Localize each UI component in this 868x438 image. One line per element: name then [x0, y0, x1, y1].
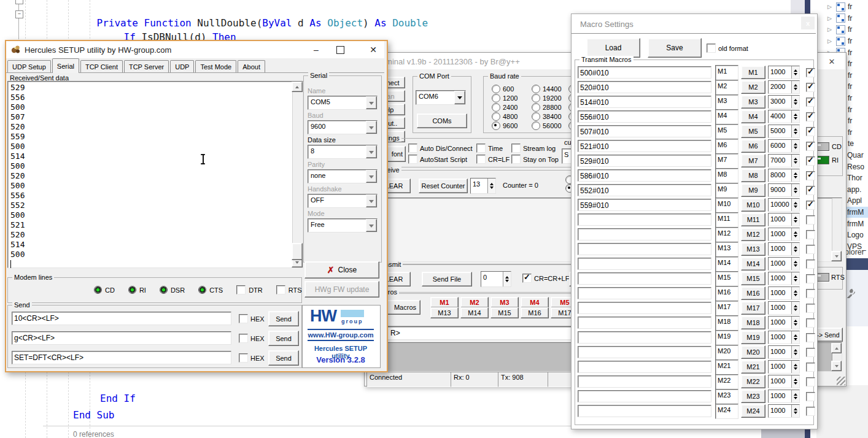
old-format-checkbox[interactable]: old format [707, 44, 748, 53]
checkbox-icon[interactable] [408, 144, 417, 153]
spinner-arrows-icon[interactable] [791, 81, 799, 93]
macro-active-checkbox[interactable] [806, 112, 815, 121]
macro-delay-spinner[interactable]: 9000 [768, 183, 800, 197]
macro-name-field[interactable]: M6 [715, 139, 738, 154]
macro-text-input[interactable] [578, 155, 711, 167]
macro-delay-spinner[interactable]: 1000 [768, 360, 800, 374]
spinner-arrows-icon[interactable] [791, 317, 799, 329]
tab[interactable]: Serial [52, 58, 79, 73]
collapse-box-icon[interactable]: − [15, 10, 23, 18]
radio-icon[interactable] [532, 121, 540, 130]
macro-delay-spinner[interactable]: 1000 [768, 286, 800, 300]
received-scrollbar[interactable] [292, 82, 303, 267]
macro-text-input[interactable] [578, 405, 711, 417]
macro-name-field[interactable]: M20 [715, 345, 738, 360]
field-combo[interactable]: Free [308, 218, 378, 232]
spinner-arrows-icon[interactable] [791, 390, 799, 402]
tab[interactable]: UDP [170, 60, 194, 73]
settings-checkbox[interactable]: Auto Dis/Connect [408, 144, 476, 153]
radio-icon[interactable] [492, 121, 500, 130]
macro-delay-spinner[interactable]: 1000 [768, 272, 800, 285]
macro-name-field[interactable]: M12 [715, 227, 738, 242]
spinner-arrows-icon[interactable] [791, 228, 799, 240]
spinner-arrows-icon[interactable] [791, 287, 799, 299]
macro-delay-spinner[interactable]: 2000 [768, 80, 800, 94]
rts-indicator[interactable]: RTS [815, 273, 845, 282]
macro-delay-spinner[interactable]: 1000 [768, 345, 800, 359]
macro-send-button[interactable]: M4 [741, 110, 765, 123]
checkbox-icon[interactable] [476, 144, 486, 153]
spinner-arrows-icon[interactable] [791, 199, 799, 211]
spinner-arrows-icon[interactable] [791, 243, 799, 255]
baud-option[interactable]: 4800 [492, 113, 517, 120]
settings-checkbox[interactable]: AutoStart Script [408, 155, 476, 164]
macro-name-field[interactable]: M10 [715, 198, 738, 213]
chevron-down-icon[interactable] [366, 121, 377, 134]
log-scrollbar[interactable] [832, 343, 842, 371]
macro-text-input[interactable] [578, 287, 711, 299]
macro-text-input[interactable] [578, 213, 711, 226]
macro-text-input[interactable] [578, 169, 711, 182]
macro-name-field[interactable]: M11 [715, 212, 738, 228]
radio-icon[interactable] [532, 85, 540, 93]
hercules-titlebar[interactable]: Hercules SETUP utility by HW-group.com –… [6, 41, 384, 58]
macro-delay-spinner[interactable]: 1000 [768, 316, 800, 329]
terminal-close-icon[interactable]: ✕ [824, 55, 839, 67]
macro-text-input[interactable] [578, 258, 711, 270]
field-combo[interactable]: none [308, 169, 378, 183]
send-button-3[interactable]: Send [268, 350, 299, 366]
maximize-icon[interactable] [336, 46, 344, 54]
macro-active-checkbox[interactable] [806, 318, 815, 328]
macro-active-checkbox[interactable] [806, 392, 815, 401]
macro-delay-spinner[interactable]: 1000 [768, 213, 800, 226]
macro-button[interactable]: M15 [490, 307, 519, 318]
macro-active-checkbox[interactable] [806, 201, 815, 210]
macro-name-field[interactable]: M18 [715, 315, 738, 331]
macro-active-checkbox[interactable] [806, 127, 815, 136]
checkbox-icon[interactable] [511, 155, 521, 164]
hw-url[interactable]: www.HW-group.com [308, 329, 374, 341]
macro-delay-spinner[interactable]: 10000 [768, 198, 800, 212]
macro-name-field[interactable]: M15 [715, 271, 738, 286]
spinner-arrows-icon[interactable] [791, 375, 799, 388]
macro-send-button[interactable]: M16 [741, 286, 765, 300]
hex-checkbox-1[interactable]: HEX [239, 314, 265, 323]
checkbox-icon[interactable] [276, 285, 285, 294]
settings-checkbox[interactable]: CR=LF [476, 155, 511, 164]
spinner-arrows-icon[interactable] [791, 361, 799, 373]
macro-text-input[interactable] [578, 199, 711, 211]
radio-icon[interactable] [532, 94, 540, 102]
macro-text-input[interactable] [578, 302, 711, 314]
tree-item[interactable]: ▷ fr [820, 36, 868, 47]
macro-delay-spinner[interactable]: 1000 [768, 66, 800, 79]
scroll-down-icon[interactable] [831, 251, 842, 261]
radio-icon[interactable] [532, 103, 540, 112]
send-button[interactable]: -> Send [813, 328, 843, 342]
spinner-arrows-icon[interactable] [791, 125, 799, 137]
macro-active-checkbox[interactable] [806, 98, 815, 107]
macro-button[interactable]: M13 [430, 307, 459, 318]
macro-send-button[interactable]: M17 [741, 301, 765, 315]
spinner-arrows-icon[interactable] [791, 96, 799, 108]
macro-delay-spinner[interactable]: 1000 [768, 375, 800, 388]
modem-checkbox-item[interactable]: DTR [236, 285, 263, 294]
macro-name-field[interactable]: M8 [715, 168, 738, 183]
checkbox-icon[interactable] [522, 274, 532, 283]
macro-name-field[interactable]: M14 [715, 256, 738, 272]
macro-button[interactable]: M14 [460, 307, 489, 318]
macro-text-input[interactable] [578, 317, 711, 329]
baud-option[interactable]: 19200 [532, 94, 562, 102]
resize-grip[interactable] [837, 377, 845, 385]
receive-count-spinner[interactable]: 13 [470, 178, 496, 194]
macro-active-checkbox[interactable] [806, 377, 815, 386]
hex-checkbox-3[interactable]: HEX [239, 353, 265, 363]
baud-option[interactable]: 9600 [492, 122, 517, 129]
macro-name-field[interactable]: M23 [715, 389, 738, 404]
macro-name-field[interactable]: M16 [715, 286, 738, 301]
transmit-delay-spinner[interactable]: 0 [481, 271, 511, 287]
macro-send-button[interactable]: M12 [741, 228, 765, 241]
macro-text-input[interactable] [578, 96, 711, 108]
macro-delay-spinner[interactable]: 1000 [768, 404, 800, 418]
macro-name-field[interactable]: M19 [715, 330, 738, 345]
tree-item[interactable]: ▷ fr [820, 1, 868, 13]
